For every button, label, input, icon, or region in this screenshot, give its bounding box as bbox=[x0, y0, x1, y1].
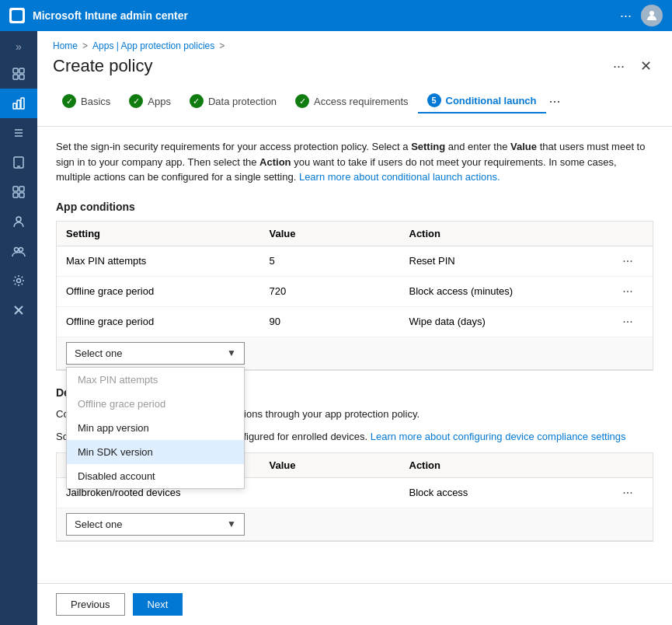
main-content: Home > Apps | App protection policies > … bbox=[37, 31, 672, 625]
col-header-value: Value bbox=[270, 228, 409, 239]
dropdown1-chevron-icon: ▼ bbox=[227, 347, 236, 358]
step-check-access-requirements: ✓ bbox=[295, 94, 309, 108]
table-row: Offline grace period 90 Wipe data (days)… bbox=[57, 307, 653, 337]
row1-value: 5 bbox=[270, 255, 409, 267]
row2-action-button[interactable]: ··· bbox=[612, 283, 643, 300]
row1-action: Reset PIN bbox=[409, 255, 613, 267]
breadcrumb-section[interactable]: Apps | App protection policies bbox=[92, 40, 214, 51]
row2-action: Block access (minutes) bbox=[409, 285, 613, 297]
col-header-actions-empty bbox=[612, 228, 643, 239]
description-link[interactable]: Learn more about conditional launch acti… bbox=[299, 171, 500, 183]
device-compliance-link[interactable]: Learn more about configuring device comp… bbox=[371, 431, 626, 442]
dropdown1-row: Select one ▼ Max PIN attempts Offline gr… bbox=[57, 337, 653, 370]
panel-title: Create policy bbox=[53, 56, 152, 76]
step-check-apps: ✓ bbox=[129, 94, 143, 108]
app-title: Microsoft Intune admin center bbox=[33, 9, 188, 22]
app-logo bbox=[9, 8, 25, 23]
dropdown2-chevron-icon: ▼ bbox=[227, 519, 236, 529]
row1-action-button[interactable]: ··· bbox=[612, 253, 643, 270]
svg-rect-16 bbox=[19, 193, 24, 197]
svg-rect-15 bbox=[13, 193, 18, 197]
row3-action-button[interactable]: ··· bbox=[612, 313, 643, 330]
step-label-data-protection: Data protection bbox=[208, 96, 277, 107]
svg-rect-2 bbox=[19, 68, 24, 73]
step-data-protection[interactable]: ✓ Data protection bbox=[180, 89, 286, 113]
step-num-conditional-launch: 5 bbox=[427, 93, 441, 107]
step-apps[interactable]: ✓ Apps bbox=[120, 89, 180, 113]
sidebar-collapse-button[interactable]: » bbox=[9, 34, 28, 59]
dropdown2-select[interactable]: Select one ▼ bbox=[66, 513, 245, 536]
step-label-conditional-launch: Conditional launch bbox=[446, 95, 537, 106]
breadcrumb-sep2: > bbox=[219, 40, 225, 51]
dropdown1-option-disabled-acct[interactable]: Disabled account bbox=[67, 464, 244, 488]
svg-point-0 bbox=[649, 11, 654, 16]
sidebar-item-device[interactable] bbox=[0, 148, 37, 177]
titlebar-left: Microsoft Intune admin center bbox=[9, 8, 188, 23]
sidebar-item-settings[interactable] bbox=[0, 266, 37, 295]
sidebar-item-home[interactable] bbox=[0, 59, 37, 89]
previous-button[interactable]: Previous bbox=[56, 593, 125, 616]
svg-rect-1 bbox=[13, 68, 18, 73]
titlebar-more-button[interactable]: ··· bbox=[620, 8, 632, 24]
sidebar-item-users[interactable] bbox=[0, 207, 37, 236]
breadcrumb-sep1: > bbox=[82, 40, 88, 51]
titlebar: Microsoft Intune admin center ··· bbox=[0, 0, 672, 31]
svg-rect-13 bbox=[13, 187, 18, 191]
panel-close-button[interactable]: ✕ bbox=[635, 56, 656, 76]
row1-setting: Max PIN attempts bbox=[66, 255, 270, 267]
svg-point-19 bbox=[19, 248, 23, 252]
user-avatar[interactable] bbox=[641, 5, 663, 26]
panel-header: Create policy ··· ✕ bbox=[37, 56, 672, 84]
sidebar-item-list[interactable] bbox=[0, 118, 37, 148]
app-layout: » Home > bbox=[0, 31, 672, 625]
titlebar-right: ··· bbox=[620, 5, 663, 26]
svg-rect-5 bbox=[13, 103, 16, 109]
steps-more-button[interactable]: ··· bbox=[549, 93, 561, 110]
step-label-access-requirements: Access requirements bbox=[314, 96, 408, 107]
step-check-basics: ✓ bbox=[62, 94, 76, 108]
row3-action: Wipe data (days) bbox=[409, 316, 613, 327]
content-area: Set the sign-in security requirements fo… bbox=[37, 127, 672, 609]
table-row: Offline grace period 720 Block access (m… bbox=[57, 277, 653, 307]
dropdown1-option-offline[interactable]: Offline grace period bbox=[67, 392, 244, 416]
dropdown1-option-minsdk[interactable]: Min SDK version bbox=[67, 440, 244, 464]
footer: Previous Next bbox=[37, 583, 672, 625]
sidebar-item-tools[interactable] bbox=[0, 295, 37, 325]
step-conditional-launch[interactable]: 5 Conditional launch bbox=[418, 89, 546, 113]
panel-more-button[interactable]: ··· bbox=[608, 57, 629, 76]
next-button[interactable]: Next bbox=[133, 593, 183, 616]
device-col-header-empty bbox=[612, 459, 643, 471]
row2-setting: Offline grace period bbox=[66, 285, 270, 297]
app-conditions-table: Setting Value Action Max PIN attempts 5 … bbox=[56, 221, 653, 371]
svg-point-18 bbox=[15, 248, 19, 252]
breadcrumb-home[interactable]: Home bbox=[53, 40, 78, 51]
step-access-requirements[interactable]: ✓ Access requirements bbox=[286, 89, 417, 113]
col-header-setting: Setting bbox=[66, 228, 270, 239]
row3-value: 90 bbox=[270, 316, 409, 327]
svg-rect-7 bbox=[21, 98, 24, 109]
svg-rect-3 bbox=[13, 75, 18, 79]
breadcrumb: Home > Apps | App protection policies > bbox=[37, 31, 672, 56]
app-conditions-title: App conditions bbox=[56, 201, 653, 213]
table-header-row: Setting Value Action bbox=[57, 222, 653, 246]
steps-nav: ✓ Basics ✓ Apps ✓ Data protection ✓ Acce… bbox=[37, 84, 672, 127]
svg-rect-6 bbox=[17, 100, 20, 109]
device-col-header-value: Value bbox=[270, 459, 409, 471]
step-check-data-protection: ✓ bbox=[190, 94, 204, 108]
step-basics[interactable]: ✓ Basics bbox=[53, 89, 120, 113]
dropdown1-option-maxpin[interactable]: Max PIN attempts bbox=[67, 368, 244, 392]
col-header-action: Action bbox=[409, 228, 613, 239]
device-row1-action-button[interactable]: ··· bbox=[612, 484, 643, 501]
dropdown1-select[interactable]: Select one ▼ bbox=[66, 342, 245, 365]
sidebar-item-groups[interactable] bbox=[0, 236, 37, 266]
device-col-header-action: Action bbox=[409, 459, 613, 471]
dropdown1-option-minapp[interactable]: Min app version bbox=[67, 416, 244, 440]
svg-rect-14 bbox=[19, 187, 24, 191]
sidebar: » bbox=[0, 31, 37, 625]
svg-point-17 bbox=[16, 217, 21, 222]
sidebar-item-apps[interactable] bbox=[0, 177, 37, 207]
svg-point-20 bbox=[17, 279, 21, 283]
svg-rect-4 bbox=[19, 75, 24, 79]
sidebar-item-dashboard[interactable] bbox=[0, 89, 37, 118]
device-row1-action: Block access bbox=[409, 487, 613, 498]
